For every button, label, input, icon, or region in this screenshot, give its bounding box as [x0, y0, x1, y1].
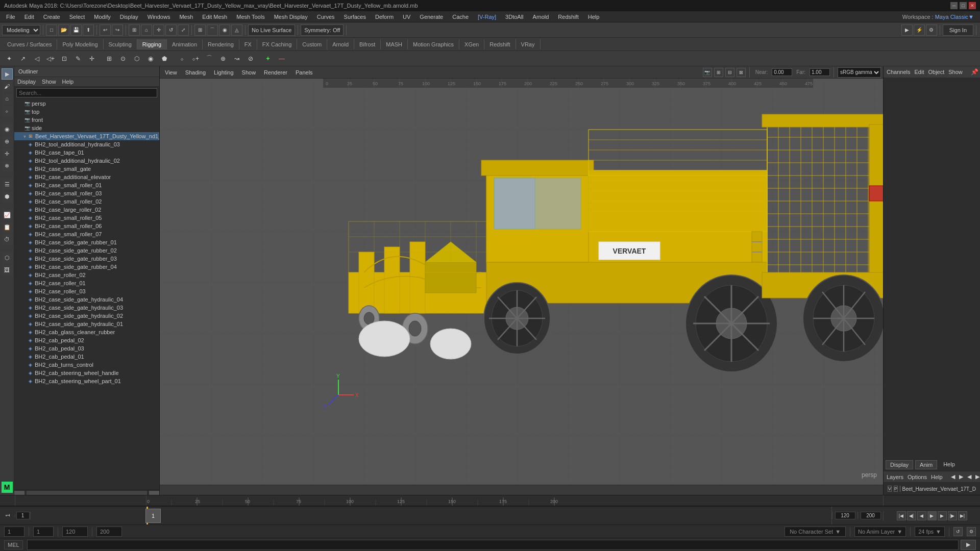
tab-sculpting[interactable]: Sculpting: [104, 39, 137, 49]
outliner-item-top[interactable]: 📷 top: [14, 108, 159, 116]
tool-arrow[interactable]: ↗: [17, 53, 29, 65]
outliner-item-gate-rubber01[interactable]: ◈ BH2_case_side_gate_rubber_01: [14, 238, 159, 246]
render-layer-tool[interactable]: ⬢: [2, 191, 13, 202]
menu-file[interactable]: File: [2, 13, 19, 21]
next-key-btn[interactable]: |▶: [948, 511, 957, 520]
menu-display[interactable]: Display: [116, 13, 142, 21]
prev-key-btn[interactable]: ◀|: [907, 511, 916, 520]
menu-generate[interactable]: Generate: [415, 13, 447, 21]
vp-menu-panels[interactable]: Panels: [292, 68, 316, 77]
go-end-btn[interactable]: ▶|: [958, 511, 967, 520]
new-scene-btn[interactable]: □: [46, 24, 57, 36]
cmd-mel-label[interactable]: MEL: [4, 540, 23, 549]
redo-btn[interactable]: ↪: [112, 24, 123, 36]
no-anim-layer[interactable]: No Anim Layer ▼: [854, 527, 906, 537]
outliner-item-roller05[interactable]: ◈ BH2_case_small_roller_05: [14, 214, 159, 222]
menu-create[interactable]: Create: [39, 13, 64, 21]
symmetry-btn[interactable]: Symmetry: Off: [301, 24, 344, 36]
hypershade-tool[interactable]: ⬡: [2, 252, 13, 263]
menu-curves[interactable]: Curves: [313, 13, 339, 21]
layer-v-check[interactable]: V: [888, 486, 892, 492]
colorspace-select[interactable]: sRGB gamma: [838, 67, 881, 78]
outliner-item-side[interactable]: 📷 side: [14, 124, 159, 132]
outliner-item-case-roller02[interactable]: ◈ BH2_case_roller_02: [14, 271, 159, 279]
vp-menu-lighting[interactable]: Lighting: [211, 68, 237, 77]
panel-pin-icon[interactable]: 📌: [971, 68, 978, 76]
tool-ik[interactable]: ⬦+: [189, 53, 202, 65]
lasso-tool-btn[interactable]: ⌂: [141, 24, 152, 36]
tool-constraint[interactable]: ⊕: [217, 53, 229, 65]
object-tab[interactable]: Object: [928, 69, 944, 75]
tab-fx-caching[interactable]: FX Caching: [257, 39, 297, 49]
menu-vray[interactable]: [V-Ray]: [474, 13, 500, 21]
layers-icon3[interactable]: ◀: [967, 473, 971, 480]
display-tab[interactable]: Display: [886, 460, 913, 469]
menu-redshift[interactable]: Redshift: [554, 13, 582, 21]
vp-menu-renderer[interactable]: Renderer: [261, 68, 290, 77]
menu-edit-mesh[interactable]: Edit Mesh: [198, 13, 231, 21]
outliner-item-large-roller02[interactable]: ◈ BH2_case_large_roller_02: [14, 206, 159, 214]
tool-select-comp[interactable]: ⊡: [58, 53, 70, 65]
ipr-render-btn[interactable]: ⚡: [914, 24, 925, 36]
snap-point-btn[interactable]: ◉: [219, 24, 230, 36]
range-end-input[interactable]: [861, 512, 881, 519]
menu-uv[interactable]: UV: [399, 13, 414, 21]
outliner-item-pedal02[interactable]: ◈ BH2_cab_pedal_02: [14, 336, 159, 344]
fps-display[interactable]: 24 fps ▼: [915, 527, 945, 537]
outliner-item-gate-rubber04[interactable]: ◈ BH2_case_side_gate_rubber_04: [14, 263, 159, 271]
menu-arnold[interactable]: Arnold: [529, 13, 553, 21]
total-end-display[interactable]: 200: [96, 527, 122, 537]
menu-windows[interactable]: Windows: [143, 13, 175, 21]
tab-rigging[interactable]: Rigging: [137, 39, 167, 49]
outliner-menu-help[interactable]: Help: [62, 79, 74, 85]
tab-curves-surfaces[interactable]: Curves / Surfaces: [2, 39, 57, 49]
outliner-item-roller06[interactable]: ◈ BH2_case_small_roller_06: [14, 222, 159, 230]
no-live-surface-btn[interactable]: No Live Surface: [248, 24, 295, 36]
snap-surface-btn[interactable]: ◬: [231, 24, 242, 36]
scroll-right-btn[interactable]: [149, 491, 159, 495]
snap-curve-btn[interactable]: ⌒: [207, 24, 218, 36]
tab-bifrost[interactable]: Bifrost: [354, 39, 381, 49]
menu-mesh-display[interactable]: Mesh Display: [270, 13, 312, 21]
outliner-item-steer-part[interactable]: ◈ BH2_cab_steering_wheel_part_01: [14, 377, 159, 385]
menu-surfaces[interactable]: Surfaces: [340, 13, 370, 21]
outliner-item-elevator[interactable]: ◈ BH2_case_additional_elevator: [14, 173, 159, 181]
outliner-menu-show[interactable]: Show: [42, 79, 56, 85]
outliner-item-small-gate[interactable]: ◈ BH2_case_small_gate: [14, 165, 159, 173]
menu-mesh[interactable]: Mesh: [175, 13, 197, 21]
outliner-item-hyd01[interactable]: ◈ BH2_case_side_gate_hydraulic_01: [14, 320, 159, 328]
tab-arnold[interactable]: Arnold: [327, 39, 354, 49]
vp-menu-show[interactable]: Show: [239, 68, 259, 77]
render-settings-btn[interactable]: ⚙: [926, 24, 937, 36]
start-frame-input[interactable]: [16, 512, 30, 519]
tab-poly-modeling[interactable]: Poly Modeling: [57, 39, 103, 49]
graph-editor-tool[interactable]: 📈: [2, 209, 13, 220]
outliner-item-roller03[interactable]: ◈ BH2_case_small_roller_03: [14, 189, 159, 197]
tool-motion-trail[interactable]: ↝: [231, 53, 243, 65]
vp-menu-view[interactable]: View: [162, 68, 180, 77]
outliner-hscroll-track[interactable]: [27, 491, 147, 495]
range-end-display[interactable]: 120: [62, 527, 88, 537]
tool-box-sel[interactable]: ⊞: [103, 53, 115, 65]
outliner-item-persp[interactable]: 📷 persp: [14, 99, 159, 108]
outliner-item-steer-handle[interactable]: ◈ BH2_cab_steering_wheel_handle: [14, 369, 159, 377]
sculpt-tool[interactable]: ⌂: [2, 93, 13, 104]
sign-in-btn[interactable]: Sign In: [943, 24, 973, 36]
tool-joint[interactable]: ⬦: [176, 53, 188, 65]
paint-tool[interactable]: 🖌: [2, 81, 13, 92]
import-btn[interactable]: ⬆: [83, 24, 94, 36]
cmd-submit-btn[interactable]: ▶: [961, 540, 976, 550]
tool-spline-ik[interactable]: ⌒: [203, 53, 215, 65]
tool-move2[interactable]: ✛: [86, 53, 98, 65]
outliner-item-tape01[interactable]: ◈ BH2_case_tape_01: [14, 148, 159, 157]
playback-options-btn[interactable]: ⚙: [967, 527, 976, 536]
tool-ellipse-sel[interactable]: ⊙: [117, 53, 129, 65]
outliner-item-hydraulic02[interactable]: ◈ BH2_tool_additional_hydraulic_02: [14, 157, 159, 165]
freeze-tool[interactable]: ❄: [2, 160, 13, 171]
current-frame-box[interactable]: 1: [145, 509, 161, 523]
vp-near-input[interactable]: [772, 68, 792, 76]
channels-tab[interactable]: Channels: [887, 69, 910, 75]
menu-edit[interactable]: Edit: [20, 13, 38, 21]
show-hide-tool[interactable]: ◉: [2, 123, 13, 135]
outliner-item-case-roller01[interactable]: ◈ BH2_case_roller_01: [14, 279, 159, 287]
